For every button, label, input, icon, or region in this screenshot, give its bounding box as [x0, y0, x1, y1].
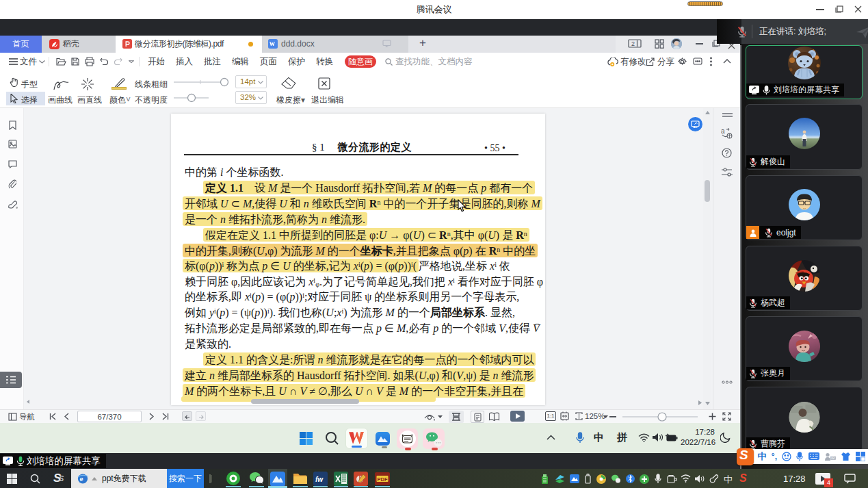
svg-text:32: 32: [831, 456, 835, 460]
svg-text:PDF: PDF: [378, 476, 388, 483]
svg-text:fw: fw: [315, 476, 324, 483]
svg-text:2: 2: [631, 40, 635, 47]
svg-text:a: a: [721, 127, 725, 135]
